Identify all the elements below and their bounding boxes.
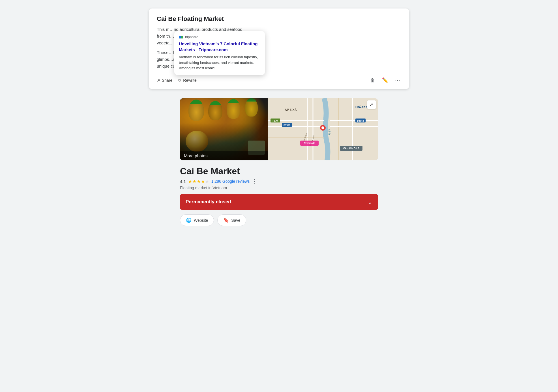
tooltip-description: Vietnam is renowned for its rich cultura…	[179, 54, 260, 71]
svg-text:Cầu Cái Bè 2: Cầu Cái Bè 2	[343, 147, 359, 150]
category-label: Floating market in Vietnam	[180, 186, 378, 190]
action-buttons: 🌐 Website 🔖 Save	[180, 214, 378, 226]
action-left: ↗ Share ↻ Rewrite	[157, 78, 197, 83]
rating-number: 4.1	[180, 179, 186, 184]
source-name: tripncare	[185, 35, 198, 39]
svg-text:DT875: DT875	[284, 124, 291, 126]
pineapple-3	[227, 99, 240, 119]
share-icon: ↗	[157, 78, 160, 83]
media-row: More photos	[180, 98, 378, 160]
star-3: ★	[197, 179, 201, 184]
more-photos-overlay[interactable]: More photos	[180, 151, 268, 160]
website-button[interactable]: 🌐 Website	[180, 214, 214, 226]
review-count[interactable]: 1,286 Google reviews	[211, 179, 250, 184]
star-4: ★	[201, 179, 205, 184]
svg-point-23	[321, 126, 324, 129]
expand-icon: ⤢	[370, 102, 373, 107]
rating-more-button[interactable]: ⋮	[252, 178, 257, 184]
rewrite-label: Rewrite	[183, 78, 196, 83]
rewrite-icon: ↻	[178, 78, 181, 83]
source-tooltip: tripncare Unveiling Vietnam's 7 Colorful…	[174, 31, 265, 75]
action-right: 🗑 ✏️ ⋯	[369, 76, 401, 85]
svg-text:Riverside: Riverside	[304, 142, 316, 145]
more-photos-label: More photos	[184, 153, 207, 158]
globe-icon: 🌐	[186, 217, 192, 223]
map-panel[interactable]: HL74 DT875 DT864 AP 5 XÃ Phả An Ninh Kin…	[268, 98, 378, 160]
tooltip-source-row: tripncare	[179, 35, 260, 39]
closed-label: Permanently closed	[186, 199, 231, 205]
pineapple-2	[208, 101, 222, 120]
tooltip-title[interactable]: Unveiling Vietnam's 7 Colorful Floating …	[179, 41, 260, 53]
svg-text:AP 5 XÃ: AP 5 XÃ	[285, 108, 297, 111]
save-button[interactable]: 🔖 Save	[217, 214, 246, 226]
edit-button[interactable]: ✏️	[381, 76, 389, 85]
star-5: ★	[205, 179, 209, 184]
source-icon	[179, 36, 183, 38]
top-card: Cai Be Floating Market tripncare Unveili…	[149, 8, 409, 89]
share-button[interactable]: ↗ Share	[157, 78, 172, 83]
star-2: ★	[192, 179, 196, 184]
pineapple-1	[188, 100, 204, 121]
bookmark-icon: 🔖	[223, 217, 229, 223]
star-rating: ★ ★ ★ ★ ★	[188, 179, 209, 184]
star-1: ★	[188, 179, 192, 184]
map-expand-button[interactable]: ⤢	[367, 100, 376, 109]
share-label: Share	[162, 78, 172, 83]
svg-text:DT864: DT864	[357, 120, 364, 122]
save-label: Save	[231, 218, 240, 223]
svg-text:HL74: HL74	[272, 120, 278, 122]
delete-button[interactable]: 🗑	[369, 76, 376, 85]
rewrite-button[interactable]: ↻ Rewrite	[178, 78, 196, 83]
permanently-closed-banner[interactable]: Permanently closed ⌄	[180, 194, 378, 210]
business-name: Cai Be Market	[180, 166, 378, 176]
business-panel: More photos	[180, 98, 378, 226]
website-label: Website	[194, 218, 208, 223]
pineapple-4	[245, 98, 258, 117]
map-svg: HL74 DT875 DT864 AP 5 XÃ Phả An Ninh Kin…	[268, 98, 378, 160]
top-card-title: Cai Be Floating Market	[157, 15, 401, 23]
closed-chevron-icon: ⌄	[368, 199, 372, 205]
photo-panel[interactable]: More photos	[180, 98, 268, 160]
more-button[interactable]: ⋯	[394, 76, 401, 85]
rating-row: 4.1 ★ ★ ★ ★ ★ 1,286 Google reviews ⋮	[180, 178, 378, 184]
svg-text:Kinh: Kinh	[328, 129, 331, 135]
